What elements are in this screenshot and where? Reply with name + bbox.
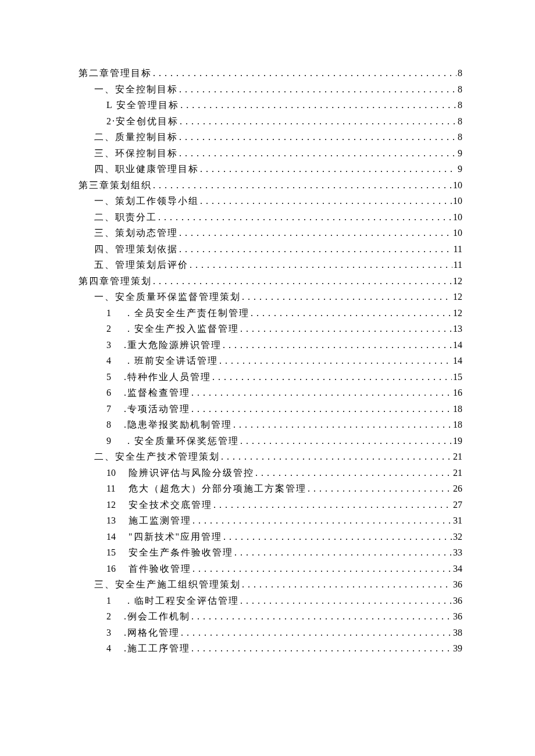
toc-entry-page: 9: [456, 164, 462, 174]
toc-entry-page: 14: [452, 341, 462, 350]
toc-leader-dots: [233, 548, 452, 557]
toc-entry-page: 15: [452, 372, 462, 382]
toc-entry-number: 2: [106, 612, 119, 621]
toc-entry: 三、策划动态管理10: [79, 228, 462, 238]
toc-entry: 四、管理策划依据11: [79, 245, 462, 254]
toc-entry-page: 39: [452, 644, 462, 653]
toc-entry-number: 15: [106, 548, 123, 557]
toc-entry: 16 首件验收管理34: [79, 564, 462, 574]
toc-entry-number: 1: [106, 596, 119, 605]
toc-entry-number: 11: [106, 484, 123, 493]
toc-entry-title: ．安全生产投入监督管理: [124, 324, 239, 334]
toc-entry-page: 19: [452, 436, 462, 446]
toc-entry-title: 安全技术交底管理: [129, 500, 212, 510]
toc-entry-title: "四新技术"应用管理: [129, 532, 222, 542]
toc-entry-number: 4: [106, 356, 119, 366]
toc-entry-page: 13: [452, 324, 462, 334]
toc-entry: 第二章管理目标8: [79, 69, 462, 78]
toc-leader-dots: [222, 532, 452, 542]
toc-leader-dots: [179, 101, 456, 110]
toc-entry-page: 8: [456, 69, 462, 78]
toc-entry-title: 第二章管理目标: [79, 69, 152, 78]
toc-entry: 一、安全控制目标8: [79, 85, 462, 94]
toc-entry-page: 26: [452, 484, 462, 493]
toc-entry-title: .专项活动管理: [124, 404, 190, 414]
toc-entry-title: 2·安全创优目标: [106, 117, 179, 126]
toc-leader-dots: [190, 388, 452, 397]
toc-leader-dots: [239, 596, 452, 605]
toc-entry-page: 33: [452, 548, 462, 557]
toc-entry-title: 安全生产条件验收管理: [129, 548, 233, 557]
toc-entry-page: 8: [456, 101, 462, 110]
toc-entry-page: 18: [452, 404, 462, 414]
toc-entry: 5.特种作业人员管理15: [79, 372, 462, 382]
toc-entry-page: 10: [452, 196, 462, 206]
toc-leader-dots: [199, 164, 456, 174]
toc-entry-title: .重大危险源辨识管理: [124, 341, 222, 350]
toc-entry-page: 12: [452, 277, 462, 286]
toc-entry: 15 安全生产条件验收管理33: [79, 548, 462, 557]
toc-entry-title: .网格化管理: [124, 628, 180, 637]
toc-entry-page: 27: [452, 500, 462, 510]
toc-entry-number: 12: [106, 500, 123, 510]
toc-entry-page: 36: [452, 612, 462, 621]
toc-entry-title: 二、质量控制目标: [94, 132, 178, 142]
toc-entry-page: 11: [452, 245, 462, 254]
toc-entry: 四、职业健康管理目标9: [79, 164, 462, 174]
toc-entry-title: ．安全质量环保奖惩管理: [124, 436, 239, 446]
toc-entry-title: 险辨识评估与风险分级管控: [129, 468, 254, 478]
toc-leader-dots: [306, 484, 452, 493]
toc-entry-page: 31: [452, 516, 462, 525]
toc-entry-title: ．全员安全生产责任制管理: [124, 309, 249, 318]
toc-entry-page: 8: [456, 132, 462, 142]
toc-entry: 二、职责分工10: [79, 213, 462, 222]
toc-entry-title: 施工监测管理: [129, 516, 191, 525]
toc-entry: 12 安全技术交底管理27: [79, 500, 462, 510]
toc-entry-title: .监督检查管理: [124, 388, 190, 397]
toc-entry-page: 10: [452, 181, 462, 190]
toc-leader-dots: [191, 564, 452, 574]
toc-entry-title: ．班前安全讲话管理: [124, 356, 218, 366]
toc-entry: 13 施工监测管理31: [79, 516, 462, 525]
toc-entry: 三、安全生产施工组织管理策划36: [79, 580, 462, 589]
toc-entry-number: 8: [106, 420, 119, 429]
toc-entry: 9．安全质量环保奖惩管理19: [79, 436, 462, 446]
toc-entry: 11 危大（超危大）分部分项施工方案管理26: [79, 484, 462, 493]
toc-leader-dots: [212, 500, 452, 510]
toc-entry-page: 10: [452, 213, 462, 222]
toc-entry: 2．安全生产投入监督管理13: [79, 324, 462, 334]
toc-leader-dots: [190, 404, 452, 414]
toc-entry-title: 第四章管理策划: [79, 277, 152, 286]
toc-entry-title: 二、安全生产技术管理策划: [94, 452, 220, 461]
toc-entry-page: 18: [452, 420, 462, 429]
toc-entry-page: 36: [452, 596, 462, 605]
toc-list: 第二章管理目标8一、安全控制目标8L 安全管理目标82·安全创优目标8二、质量控…: [79, 69, 462, 653]
toc-entry: 10 险辨识评估与风险分级管控21: [79, 468, 462, 478]
toc-entry-number: 13: [106, 516, 123, 525]
toc-entry-page: 9: [456, 149, 462, 158]
toc-entry-title: 四、管理策划依据: [94, 245, 178, 254]
toc-entry-number: 9: [106, 436, 119, 446]
toc-entry-number: 1: [106, 309, 119, 318]
toc-entry: 二、质量控制目标8: [79, 132, 462, 142]
toc-entry-number: 4: [106, 644, 119, 653]
toc-leader-dots: [178, 245, 452, 254]
toc-leader-dots: [152, 181, 452, 190]
toc-entry-title: 三、策划动态管理: [94, 228, 178, 238]
toc-leader-dots: [157, 213, 452, 222]
toc-leader-dots: [241, 580, 452, 589]
toc-entry: 五、管理策划后评价11: [79, 260, 462, 270]
toc-entry: 2.例会工作机制36: [79, 612, 462, 621]
toc-entry-page: 21: [452, 452, 462, 461]
toc-entry: 第四章管理策划12: [79, 277, 462, 286]
toc-entry-page: 16: [452, 388, 462, 397]
toc-entry-title: .施工工序管理: [124, 644, 190, 653]
toc-entry-page: 12: [452, 309, 462, 318]
toc-entry-title: .隐患举报奖励机制管理: [124, 420, 232, 429]
toc-entry-title: 第三章策划组织: [79, 181, 152, 190]
toc-leader-dots: [178, 228, 452, 238]
toc-leader-dots: [180, 628, 452, 637]
toc-entry-title: 危大（超危大）分部分项施工方案管理: [129, 484, 306, 493]
toc-leader-dots: [249, 309, 452, 318]
toc-entry: 3.网格化管理38: [79, 628, 462, 637]
